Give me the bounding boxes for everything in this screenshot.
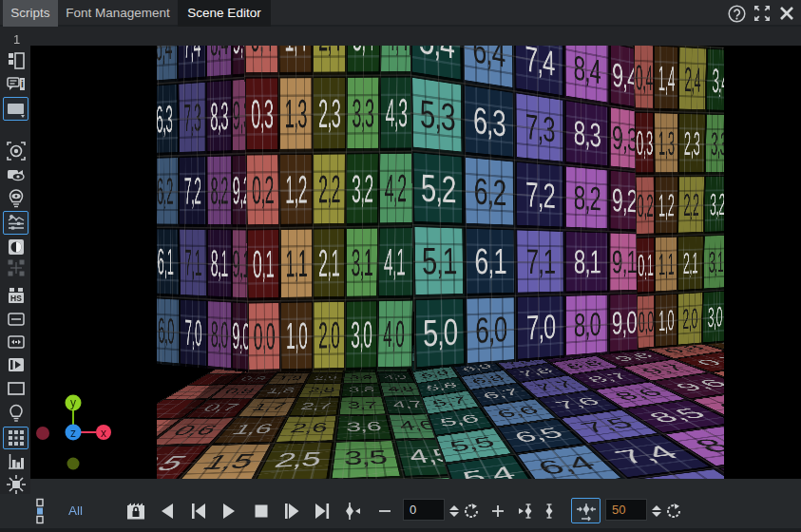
- svg-text:x: x: [101, 427, 106, 440]
- svg-text:z: z: [70, 427, 76, 440]
- svg-text:HS: HS: [10, 294, 22, 303]
- svg-text:i: i: [21, 79, 24, 89]
- svg-text:y: y: [70, 396, 76, 409]
